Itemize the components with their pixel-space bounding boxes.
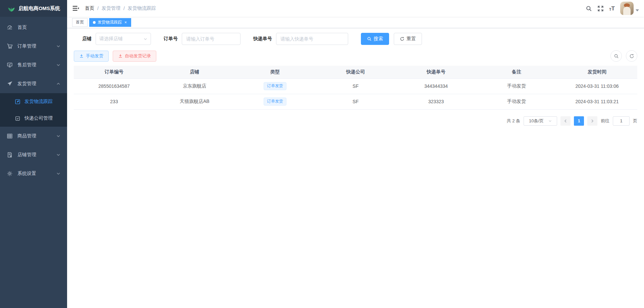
download-icon xyxy=(118,54,123,58)
app-root: 启航电商OMS系统 首页 订单管理 售后管理 xyxy=(0,0,644,308)
cell-type: 订单发货 xyxy=(235,78,315,94)
search-button[interactable]: 搜索 xyxy=(361,33,389,45)
breadcrumb-separator: / xyxy=(123,6,125,11)
cell-remark: 手动发货 xyxy=(476,78,557,94)
cell-shop: 京东旗舰店 xyxy=(154,78,235,94)
refresh-icon xyxy=(629,54,634,59)
pagination: 共 2 条 10条/页 1 前往 页 xyxy=(74,116,637,126)
table-search-toggle-button[interactable] xyxy=(610,50,622,62)
hamburger-icon[interactable] xyxy=(72,5,79,12)
select-caret-icon xyxy=(548,119,552,123)
sidebar-item-label: 系统设置 xyxy=(17,171,56,177)
next-page-button[interactable] xyxy=(587,116,597,126)
main-area: 首页 / 发货管理 / 发货物流跟踪 TT xyxy=(67,0,644,308)
sidebar-item-goods[interactable]: 商品管理 xyxy=(0,127,67,145)
filter-form: 店铺 请选择店铺 订单号 快递单号 搜索 xyxy=(82,33,637,45)
sidebar-item-settings[interactable]: 系统设置 xyxy=(0,164,67,183)
paper-plane-icon xyxy=(7,81,13,87)
breadcrumb-home[interactable]: 首页 xyxy=(85,5,94,11)
table-tools xyxy=(610,50,637,62)
sidebar-subitem-courier-management[interactable]: 快递公司管理 xyxy=(0,110,67,127)
table-row[interactable]: 233 天猫旗舰店AB 订单发货 SF 323323 手动发货 2024-03-… xyxy=(74,94,637,109)
chevron-down-icon xyxy=(56,134,60,138)
sidebar-item-aftersale[interactable]: 售后管理 xyxy=(0,56,67,74)
shop-label: 店铺 xyxy=(82,36,92,42)
cell-courier: SF xyxy=(315,94,396,109)
chevron-down-icon xyxy=(56,44,60,48)
manual-ship-label: 手动发货 xyxy=(86,53,103,59)
cell-tracking-no: 344344334 xyxy=(396,78,476,94)
search-icon xyxy=(614,54,619,59)
sidebar-item-home[interactable]: 首页 xyxy=(0,18,67,37)
sidebar-item-label: 店铺管理 xyxy=(17,152,56,158)
page-size-value: 10条/页 xyxy=(529,118,544,124)
goto-page-input[interactable] xyxy=(613,116,630,126)
table-refresh-button[interactable] xyxy=(626,50,637,62)
cell-ship-time: 2024-03-31 11:03:21 xyxy=(557,94,637,109)
fullscreen-icon[interactable] xyxy=(597,5,604,12)
active-tab-dot xyxy=(93,21,96,24)
order-no-input[interactable] xyxy=(182,33,240,45)
cell-tracking-no: 323323 xyxy=(396,94,476,109)
col-ship-time: 发货时间 xyxy=(557,66,637,78)
col-order-no: 订单编号 xyxy=(74,66,154,78)
sidebar-menu: 首页 订单管理 售后管理 发货管理 xyxy=(0,17,67,183)
user-menu[interactable] xyxy=(620,2,639,15)
col-remark: 备注 xyxy=(476,66,557,78)
shipments-table: 订单编号 店铺 类型 快递公司 快递单号 备注 发货时间 28550163458… xyxy=(74,66,637,110)
table-row[interactable]: 285501634587 京东旗舰店 订单发货 SF 344344334 手动发… xyxy=(74,78,637,94)
tracking-no-input[interactable] xyxy=(276,33,348,45)
page-number-1[interactable]: 1 xyxy=(574,116,584,126)
check-square-icon xyxy=(15,116,20,121)
tab-logistics-tracking[interactable]: 发货物流跟踪 × xyxy=(89,18,131,27)
manual-ship-button[interactable]: 手动发货 xyxy=(74,51,109,62)
goto-label: 前往 xyxy=(601,118,609,124)
logo[interactable]: 启航电商OMS系统 xyxy=(0,0,67,17)
page-size-select[interactable]: 10条/页 xyxy=(524,116,557,126)
grid-icon xyxy=(7,133,13,139)
sidebar-item-label: 商品管理 xyxy=(17,133,56,139)
tab-close-icon[interactable]: × xyxy=(124,20,127,25)
aftersale-monitor-icon xyxy=(7,62,13,68)
header-search-icon[interactable] xyxy=(586,5,592,12)
prev-page-button[interactable] xyxy=(560,116,571,126)
edit-icon xyxy=(15,99,20,105)
tab-label: 发货物流跟踪 xyxy=(98,19,122,25)
chevron-down-icon xyxy=(56,63,60,67)
auto-ship-log-button[interactable]: 自动发货记录 xyxy=(113,51,156,62)
page-content: 店铺 请选择店铺 订单号 快递单号 搜索 xyxy=(67,28,644,308)
sidebar-item-shops[interactable]: 店铺管理 xyxy=(0,145,67,164)
sidebar-item-shipping[interactable]: 发货管理 xyxy=(0,74,67,93)
search-icon xyxy=(367,37,372,41)
sidebar-item-orders[interactable]: 订单管理 xyxy=(0,37,67,56)
plant-logo-icon xyxy=(7,4,16,13)
user-avatar xyxy=(620,2,634,15)
shop-select[interactable]: 请选择店铺 xyxy=(96,33,151,45)
navbar-right: TT xyxy=(586,2,639,15)
cell-remark: 手动发货 xyxy=(476,94,557,109)
top-navbar: 首页 / 发货管理 / 发货物流跟踪 TT xyxy=(67,0,644,17)
col-shop: 店铺 xyxy=(154,66,235,78)
cell-shop: 天猫旗舰店AB xyxy=(154,94,235,109)
tab-home[interactable]: 首页 xyxy=(72,18,88,27)
select-caret-icon xyxy=(144,37,147,41)
breadcrumb-current: 发货物流跟踪 xyxy=(128,5,156,11)
order-no-label: 订单号 xyxy=(164,36,178,42)
cell-ship-time: 2024-03-31 11:03:06 xyxy=(557,78,637,94)
sidebar-subitem-logistics-tracking[interactable]: 发货物流跟踪 xyxy=(0,93,67,110)
font-size-icon[interactable]: TT xyxy=(609,6,615,11)
chevron-left-icon xyxy=(564,119,568,123)
tags-view-bar: 首页 发货物流跟踪 × xyxy=(67,17,644,28)
reset-button[interactable]: 重置 xyxy=(394,33,422,45)
sidebar-item-label: 发货管理 xyxy=(17,81,56,87)
table-header-row: 订单编号 店铺 类型 快递公司 快递单号 备注 发货时间 xyxy=(74,66,637,78)
search-button-label: 搜索 xyxy=(374,36,383,42)
chevron-right-icon xyxy=(590,119,594,123)
cell-type: 订单发货 xyxy=(235,94,315,109)
cell-courier: SF xyxy=(315,78,396,94)
cell-order-no: 285501634587 xyxy=(74,78,154,94)
chevron-down-icon xyxy=(56,172,60,176)
gear-icon xyxy=(7,171,13,177)
sidebar-item-label: 订单管理 xyxy=(17,43,56,49)
shipping-submenu: 发货物流跟踪 快递公司管理 xyxy=(0,93,67,127)
